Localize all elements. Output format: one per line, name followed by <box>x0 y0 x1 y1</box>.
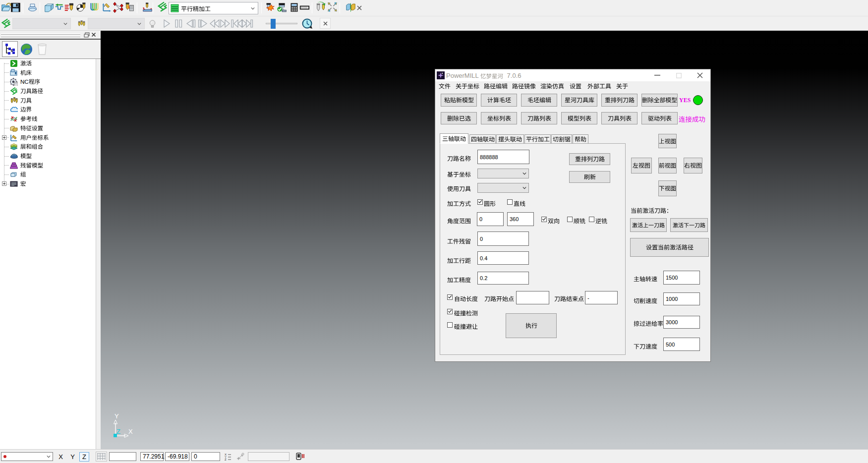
svg-text:Y: Y <box>115 412 119 420</box>
svg-text:X: X <box>128 428 133 435</box>
svg-text:Z: Z <box>225 458 227 461</box>
svg-text:Z: Z <box>116 428 120 435</box>
